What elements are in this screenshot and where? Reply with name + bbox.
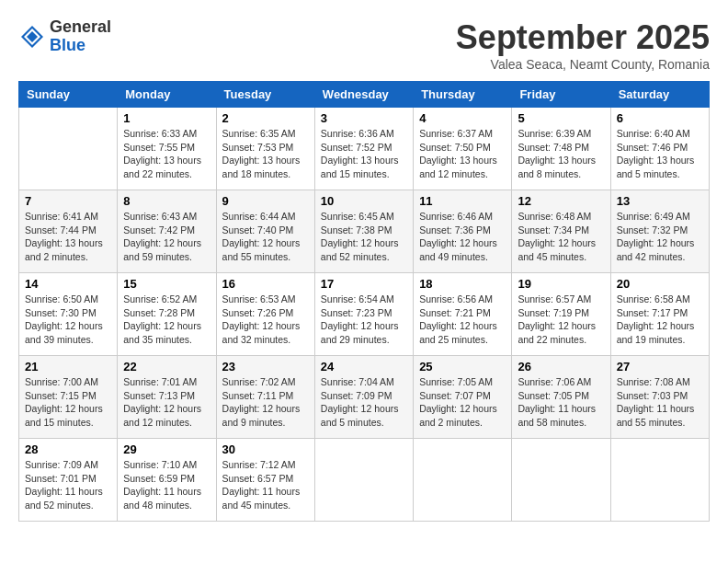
day-info: Sunrise: 6:45 AM Sunset: 7:38 PM Dayligh… [321,210,407,264]
day-number: 11 [419,194,506,208]
day-info: Sunrise: 6:52 AM Sunset: 7:28 PM Dayligh… [123,293,210,347]
day-number: 1 [123,111,210,125]
day-info: Sunrise: 7:06 AM Sunset: 7:05 PM Dayligh… [518,375,604,430]
calendar-cell: 26Sunrise: 7:06 AM Sunset: 7:05 PM Dayli… [512,356,610,439]
day-info: Sunrise: 7:10 AM Sunset: 6:59 PM Dayligh… [123,458,210,512]
calendar-cell: 23Sunrise: 7:02 AM Sunset: 7:11 PM Dayli… [216,356,314,439]
day-number: 15 [123,277,210,291]
day-number: 21 [25,360,111,373]
calendar-week-row: 7Sunrise: 6:41 AM Sunset: 7:44 PM Daylig… [19,190,710,273]
calendar-cell: 14Sunrise: 6:50 AM Sunset: 7:30 PM Dayli… [19,273,118,356]
day-number: 4 [419,111,506,125]
calendar-cell: 24Sunrise: 7:04 AM Sunset: 7:09 PM Dayli… [314,356,413,439]
calendar-cell: 15Sunrise: 6:52 AM Sunset: 7:28 PM Dayli… [118,273,216,356]
day-number: 20 [617,277,703,291]
calendar-cell: 10Sunrise: 6:45 AM Sunset: 7:38 PM Dayli… [314,190,413,273]
calendar-cell: 21Sunrise: 7:00 AM Sunset: 7:15 PM Dayli… [19,356,118,439]
column-header-saturday: Saturday [610,82,709,108]
calendar-cell: 9Sunrise: 6:44 AM Sunset: 7:40 PM Daylig… [216,190,314,273]
day-number: 28 [25,442,111,456]
calendar-cell: 16Sunrise: 6:53 AM Sunset: 7:26 PM Dayli… [216,273,314,356]
day-number: 2 [222,111,309,125]
calendar-cell: 18Sunrise: 6:56 AM Sunset: 7:21 PM Dayli… [414,273,512,356]
day-number: 7 [25,194,111,208]
calendar-cell: 11Sunrise: 6:46 AM Sunset: 7:36 PM Dayli… [414,190,512,273]
calendar-cell: 4Sunrise: 6:37 AM Sunset: 7:50 PM Daylig… [414,108,512,190]
day-info: Sunrise: 6:36 AM Sunset: 7:52 PM Dayligh… [321,127,407,181]
calendar-cell [314,439,413,522]
calendar-week-row: 21Sunrise: 7:00 AM Sunset: 7:15 PM Dayli… [19,356,710,439]
day-info: Sunrise: 6:58 AM Sunset: 7:17 PM Dayligh… [617,293,703,347]
logo-blue-text: Blue [50,37,111,55]
day-info: Sunrise: 7:08 AM Sunset: 7:03 PM Dayligh… [617,375,703,430]
day-info: Sunrise: 6:33 AM Sunset: 7:55 PM Dayligh… [123,127,210,181]
calendar-cell [414,439,512,522]
column-header-sunday: Sunday [19,82,118,108]
calendar-week-row: 28Sunrise: 7:09 AM Sunset: 7:01 PM Dayli… [19,439,710,522]
calendar-cell: 5Sunrise: 6:39 AM Sunset: 7:48 PM Daylig… [512,108,610,190]
day-info: Sunrise: 7:12 AM Sunset: 6:57 PM Dayligh… [222,458,309,512]
month-title: September 2025 [456,18,710,57]
calendar-cell [19,108,118,190]
calendar-cell: 2Sunrise: 6:35 AM Sunset: 7:53 PM Daylig… [216,108,314,190]
column-header-tuesday: Tuesday [216,82,314,108]
day-number: 12 [518,194,604,208]
calendar-cell: 3Sunrise: 6:36 AM Sunset: 7:52 PM Daylig… [314,108,413,190]
calendar-cell: 6Sunrise: 6:40 AM Sunset: 7:46 PM Daylig… [610,108,709,190]
day-info: Sunrise: 6:50 AM Sunset: 7:30 PM Dayligh… [25,293,111,347]
calendar-cell: 12Sunrise: 6:48 AM Sunset: 7:34 PM Dayli… [512,190,610,273]
day-info: Sunrise: 7:01 AM Sunset: 7:13 PM Dayligh… [123,375,210,430]
day-info: Sunrise: 6:43 AM Sunset: 7:42 PM Dayligh… [123,210,210,264]
day-number: 18 [419,277,506,291]
calendar-table: SundayMondayTuesdayWednesdayThursdayFrid… [18,81,710,522]
day-number: 16 [222,277,309,291]
logo: General Blue [18,18,111,55]
calendar-cell: 25Sunrise: 7:05 AM Sunset: 7:07 PM Dayli… [414,356,512,439]
calendar-cell: 7Sunrise: 6:41 AM Sunset: 7:44 PM Daylig… [19,190,118,273]
day-number: 23 [222,360,309,373]
day-info: Sunrise: 7:05 AM Sunset: 7:07 PM Dayligh… [419,375,506,430]
calendar-header-row: SundayMondayTuesdayWednesdayThursdayFrid… [19,82,710,108]
calendar-cell: 27Sunrise: 7:08 AM Sunset: 7:03 PM Dayli… [610,356,709,439]
day-number: 30 [222,442,309,456]
day-info: Sunrise: 6:44 AM Sunset: 7:40 PM Dayligh… [222,210,309,264]
page-header: General Blue September 2025 Valea Seaca,… [18,18,710,72]
day-number: 14 [25,277,111,291]
calendar-cell: 30Sunrise: 7:12 AM Sunset: 6:57 PM Dayli… [216,439,314,522]
day-number: 24 [321,360,407,373]
day-info: Sunrise: 7:09 AM Sunset: 7:01 PM Dayligh… [25,458,111,512]
day-info: Sunrise: 6:57 AM Sunset: 7:19 PM Dayligh… [518,293,604,347]
day-info: Sunrise: 6:54 AM Sunset: 7:23 PM Dayligh… [321,293,407,347]
calendar-week-row: 14Sunrise: 6:50 AM Sunset: 7:30 PM Dayli… [19,273,710,356]
day-number: 8 [123,194,210,208]
column-header-wednesday: Wednesday [314,82,413,108]
calendar-cell: 22Sunrise: 7:01 AM Sunset: 7:13 PM Dayli… [118,356,216,439]
logo-icon [18,23,46,51]
day-info: Sunrise: 6:35 AM Sunset: 7:53 PM Dayligh… [222,127,309,181]
calendar-cell: 1Sunrise: 6:33 AM Sunset: 7:55 PM Daylig… [118,108,216,190]
column-header-friday: Friday [512,82,610,108]
day-number: 26 [518,360,604,373]
day-number: 27 [617,360,703,373]
day-number: 3 [321,111,407,125]
calendar-cell [610,439,709,522]
calendar-cell: 17Sunrise: 6:54 AM Sunset: 7:23 PM Dayli… [314,273,413,356]
day-info: Sunrise: 6:41 AM Sunset: 7:44 PM Dayligh… [25,210,111,264]
day-number: 19 [518,277,604,291]
column-header-monday: Monday [118,82,216,108]
logo-general-text: General [50,18,111,37]
column-header-thursday: Thursday [414,82,512,108]
day-info: Sunrise: 6:40 AM Sunset: 7:46 PM Dayligh… [617,127,703,181]
day-number: 22 [123,360,210,373]
calendar-cell [512,439,610,522]
location-subtitle: Valea Seaca, Neamt County, Romania [456,57,710,72]
day-info: Sunrise: 7:04 AM Sunset: 7:09 PM Dayligh… [321,375,407,430]
day-info: Sunrise: 7:02 AM Sunset: 7:11 PM Dayligh… [222,375,309,430]
calendar-week-row: 1Sunrise: 6:33 AM Sunset: 7:55 PM Daylig… [19,108,710,190]
calendar-cell: 19Sunrise: 6:57 AM Sunset: 7:19 PM Dayli… [512,273,610,356]
title-block: September 2025 Valea Seaca, Neamt County… [456,18,710,72]
day-number: 9 [222,194,309,208]
day-number: 6 [617,111,703,125]
day-number: 10 [321,194,407,208]
day-info: Sunrise: 7:00 AM Sunset: 7:15 PM Dayligh… [25,375,111,430]
